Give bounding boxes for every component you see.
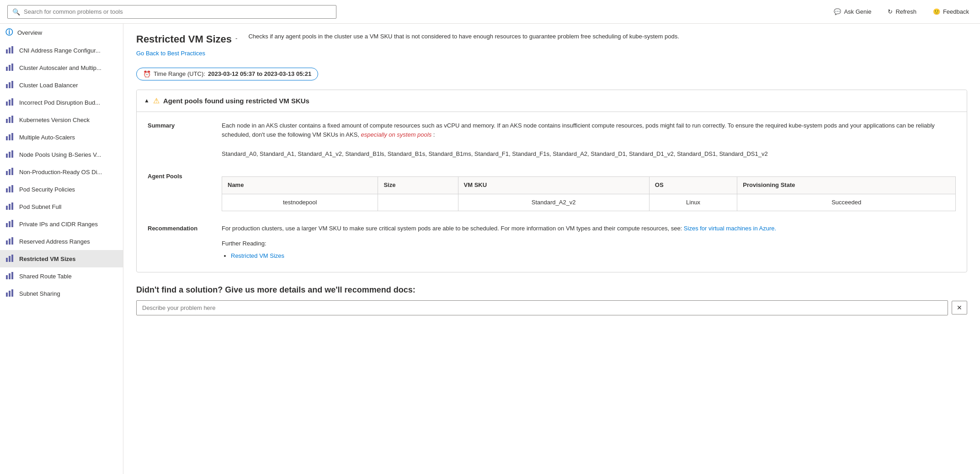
bar-chart-icon: [5, 115, 15, 124]
bottom-title: Didn't find a solution? Give us more det…: [136, 285, 967, 295]
sidebar-item-non-production-os[interactable]: Non-Production-Ready OS Di...: [0, 163, 123, 181]
svg-rect-33: [6, 240, 8, 245]
svg-rect-25: [9, 186, 11, 192]
svg-rect-15: [6, 136, 8, 140]
sidebar-item-subnet-sharing[interactable]: Subnet Sharing: [0, 285, 123, 302]
svg-rect-18: [6, 154, 8, 158]
sidebar-item-incorrect-pod-disruption[interactable]: Incorrect Pod Disruption Bud...: [0, 94, 123, 111]
svg-rect-29: [11, 202, 13, 210]
col-os: OS: [649, 176, 737, 194]
col-size: Size: [378, 176, 458, 194]
sidebar-item-multiple-auto-scalers[interactable]: Multiple Auto-Scalers: [0, 128, 123, 146]
svg-rect-3: [6, 67, 8, 71]
bar-chart-icon: [5, 133, 15, 142]
recommendation-label: Recommendation: [148, 224, 207, 262]
problem-input[interactable]: [136, 300, 948, 315]
sidebar-item-node-pools-b-series[interactable]: Node Pools Using B-Series V...: [0, 146, 123, 163]
sidebar-item-reserved-address-ranges[interactable]: Reserved Address Ranges: [0, 233, 123, 250]
bar-chart-icon: [5, 98, 15, 107]
svg-rect-13: [9, 117, 11, 123]
recommendation-content: For production clusters, use a larger VM…: [222, 224, 956, 262]
agent-pools-content: Name Size VM SKU OS Provisioning State t…: [222, 172, 956, 212]
search-input[interactable]: [24, 8, 331, 15]
clear-input-button[interactable]: ✕: [952, 301, 967, 314]
col-vm-sku: VM SKU: [458, 176, 649, 194]
ask-genie-icon: 💬: [834, 8, 841, 15]
agent-pools-label: Agent Pools: [148, 172, 207, 212]
svg-rect-40: [9, 273, 11, 279]
svg-rect-42: [6, 293, 8, 297]
collapse-chevron-icon[interactable]: ▲: [144, 97, 149, 104]
svg-rect-44: [11, 289, 13, 297]
bar-chart-icon: [5, 80, 15, 90]
svg-rect-12: [6, 119, 8, 123]
svg-rect-37: [9, 256, 11, 262]
sidebar-item-restricted-vm-sizes[interactable]: Restricted VM Sizes: [0, 250, 123, 267]
bar-chart-icon: [5, 63, 15, 72]
search-box[interactable]: 🔍: [7, 5, 336, 19]
sidebar-item-overview[interactable]: ⓘ Overview: [0, 24, 123, 42]
sidebar-item-shared-route-table[interactable]: Shared Route Table: [0, 267, 123, 285]
sidebar-item-cluster-autoscaler[interactable]: Cluster Autoscaler and Multip...: [0, 59, 123, 76]
table-header-row: Name Size VM SKU OS Provisioning State: [222, 176, 956, 194]
back-link[interactable]: Go Back to Best Practices: [136, 50, 205, 57]
restricted-vm-sizes-link[interactable]: Restricted VM Sizes: [231, 252, 284, 259]
vm-sizes-link[interactable]: Sizes for virtual machines in Azure.: [684, 225, 776, 232]
svg-rect-23: [11, 168, 13, 175]
svg-rect-38: [11, 255, 13, 262]
col-name: Name: [222, 176, 378, 194]
clock-icon: ⏰: [143, 70, 151, 78]
svg-rect-26: [11, 185, 13, 192]
svg-rect-43: [9, 291, 11, 297]
sidebar-item-kubernetes-version[interactable]: Kubernetes Version Check: [0, 111, 123, 128]
page-title-section: Restricted VM Sizes - Checks if any agen…: [136, 33, 967, 57]
cell-name: testnodepool: [222, 194, 378, 211]
svg-rect-20: [11, 150, 13, 158]
svg-rect-24: [6, 188, 8, 192]
svg-rect-34: [9, 239, 11, 245]
svg-rect-1: [9, 48, 11, 53]
svg-rect-16: [9, 134, 11, 140]
time-range-label: Time Range (UTC):: [154, 70, 205, 77]
warning-icon: ⚠: [153, 96, 160, 105]
svg-rect-30: [6, 223, 8, 227]
warning-title: Agent pools found using restricted VM SK…: [163, 97, 309, 105]
top-bar: 🔍 💬 Ask Genie ↻ Refresh 🙂 Feedback: [0, 0, 980, 24]
warning-card: ▲ ⚠ Agent pools found using restricted V…: [136, 90, 967, 272]
table-row: testnodepool Standard_A2_v2 Linux Succee…: [222, 194, 956, 211]
svg-rect-11: [11, 98, 13, 106]
col-provisioning-state: Provisioning State: [737, 176, 956, 194]
time-range-value: 2023-03-12 05:37 to 2023-03-13 05:21: [208, 70, 311, 77]
svg-rect-7: [9, 82, 11, 88]
svg-rect-36: [6, 258, 8, 262]
svg-rect-19: [9, 152, 11, 158]
svg-rect-32: [11, 220, 13, 227]
svg-rect-8: [11, 81, 13, 88]
agent-table: Name Size VM SKU OS Provisioning State t…: [222, 176, 956, 212]
svg-rect-28: [9, 204, 11, 210]
sidebar-item-cluster-load-balancer[interactable]: Cluster Load Balancer: [0, 76, 123, 94]
search-icon: 🔍: [12, 8, 20, 16]
svg-rect-4: [9, 65, 11, 71]
summary-label: Summary: [148, 121, 207, 159]
bar-chart-icon: [5, 150, 15, 159]
sidebar-item-private-ips-cidr[interactable]: Private IPs and CIDR Ranges: [0, 215, 123, 233]
sku-list: Standard_A0, Standard_A1, Standard_A1_v2…: [222, 150, 768, 157]
time-range-pill[interactable]: ⏰ Time Range (UTC): 2023-03-12 05:37 to …: [136, 68, 318, 80]
svg-rect-2: [11, 46, 13, 53]
ask-genie-button[interactable]: 💬 Ask Genie: [830, 6, 875, 17]
sidebar-item-pod-security-policies[interactable]: Pod Security Policies: [0, 181, 123, 198]
main-layout: ⓘ Overview CNI Address Range Configur...…: [0, 24, 980, 474]
cell-size: [378, 194, 458, 211]
recommendation-text: For production clusters, use a larger VM…: [222, 225, 682, 232]
top-bar-actions: 💬 Ask Genie ↻ Refresh 🙂 Feedback: [830, 6, 973, 17]
svg-rect-21: [6, 171, 8, 175]
refresh-button[interactable]: ↻ Refresh: [884, 6, 920, 17]
sidebar-item-pod-subnet-full[interactable]: Pod Subnet Full: [0, 198, 123, 215]
title-row: Restricted VM Sizes - Checks if any agen…: [136, 33, 967, 46]
cell-vm-sku: Standard_A2_v2: [458, 194, 649, 211]
sidebar-item-cni-address[interactable]: CNI Address Range Configur...: [0, 42, 123, 59]
warning-body: Summary Each node in an AKS cluster cont…: [137, 112, 967, 272]
bar-chart-icon: [5, 46, 15, 55]
feedback-button[interactable]: 🙂 Feedback: [929, 6, 973, 17]
